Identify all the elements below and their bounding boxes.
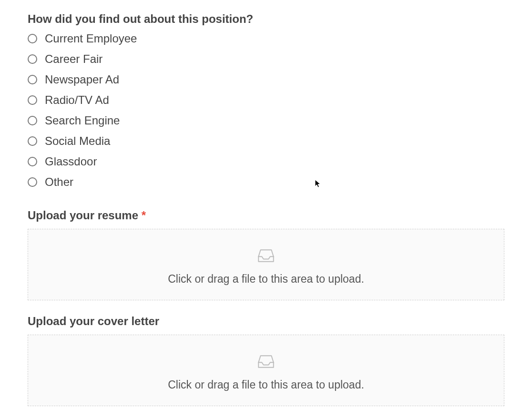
radio-input[interactable] <box>28 75 37 84</box>
radio-input[interactable] <box>28 95 37 105</box>
radio-input[interactable] <box>28 34 37 43</box>
source-question-group: How did you find out about this position… <box>28 11 504 188</box>
radio-label: Other <box>45 176 73 188</box>
radio-item-radio-tv-ad[interactable]: Radio/TV Ad <box>28 94 504 106</box>
radio-item-current-employee[interactable]: Current Employee <box>28 33 504 44</box>
radio-input[interactable] <box>28 136 37 146</box>
radio-item-other[interactable]: Other <box>28 176 504 188</box>
radio-input[interactable] <box>28 177 37 187</box>
application-form: How did you find out about this position… <box>0 11 532 406</box>
cover-letter-label-text: Upload your cover letter <box>28 315 159 327</box>
radio-input[interactable] <box>28 157 37 166</box>
radio-label: Social Media <box>45 135 110 147</box>
resume-upload-label: Upload your resume * <box>28 209 504 222</box>
radio-item-glassdoor[interactable]: Glassdoor <box>28 156 504 167</box>
radio-item-career-fair[interactable]: Career Fair <box>28 53 504 65</box>
source-radio-group: Current Employee Career Fair Newspaper A… <box>28 33 504 188</box>
cover-letter-upload-section: Upload your cover letter Click or drag a… <box>28 315 504 406</box>
source-question-label: How did you find out about this position… <box>28 11 504 26</box>
radio-item-newspaper-ad[interactable]: Newspaper Ad <box>28 74 504 85</box>
radio-label: Career Fair <box>45 53 102 65</box>
radio-label: Glassdoor <box>45 156 97 167</box>
radio-label: Newspaper Ad <box>45 74 119 85</box>
resume-upload-section: Upload your resume * Click or drag a fil… <box>28 209 504 300</box>
cover-letter-dropzone[interactable]: Click or drag a file to this area to upl… <box>28 335 504 406</box>
resume-dropzone[interactable]: Click or drag a file to this area to upl… <box>28 229 504 300</box>
radio-item-search-engine[interactable]: Search Engine <box>28 115 504 126</box>
cover-letter-upload-label: Upload your cover letter <box>28 315 504 328</box>
cover-letter-dropzone-text: Click or drag a file to this area to upl… <box>168 378 364 391</box>
radio-label: Radio/TV Ad <box>45 94 109 106</box>
radio-label: Search Engine <box>45 115 120 126</box>
radio-input[interactable] <box>28 116 37 125</box>
radio-item-social-media[interactable]: Social Media <box>28 135 504 147</box>
radio-input[interactable] <box>28 54 37 64</box>
resume-dropzone-text: Click or drag a file to this area to upl… <box>168 273 364 286</box>
radio-label: Current Employee <box>45 33 137 44</box>
inbox-icon <box>256 244 276 264</box>
inbox-icon <box>256 350 276 370</box>
resume-label-text: Upload your resume <box>28 209 142 222</box>
required-indicator: * <box>142 209 146 222</box>
